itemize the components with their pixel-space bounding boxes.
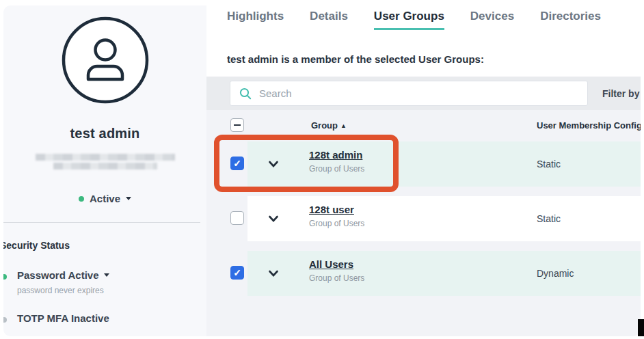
profile-name: test admin <box>3 126 206 141</box>
group-link[interactable]: 128t admin <box>309 149 362 161</box>
group-type-label: Group of Users <box>309 273 364 283</box>
chevron-down-icon[interactable] <box>268 161 279 167</box>
tab-label: User Groups <box>374 10 444 23</box>
user-profile-sidebar: test admin Active Security Status Passwo… <box>3 5 206 336</box>
membership-value: Static <box>537 141 561 187</box>
tab-label: Directories <box>540 10 601 23</box>
totp-status-item: TOTP MFA Inactive <box>17 312 109 324</box>
row-checkbox[interactable] <box>230 211 244 225</box>
search-input[interactable] <box>259 87 587 99</box>
table-header-row: Group▲ User Membership Configuration <box>206 110 641 141</box>
tab-label: Highlights <box>227 10 284 23</box>
group-cell: All Users Group of Users Dynamic <box>247 251 641 296</box>
tab-devices[interactable]: Devices <box>470 10 514 30</box>
detail-tabs: Highlights Details User Groups Devices D… <box>227 10 601 30</box>
row-checkbox[interactable] <box>230 157 244 170</box>
password-status-label: Password Active <box>17 269 99 281</box>
user-status-dropdown[interactable]: Active <box>3 193 206 204</box>
membership-column-header: User Membership Configuration <box>537 120 641 131</box>
screenshot-canvas: test admin Active Security Status Passwo… <box>0 0 644 339</box>
totp-status-dot-icon <box>3 317 7 323</box>
group-type-label: Group of Users <box>309 219 364 228</box>
redacted-line <box>53 163 157 170</box>
password-status-dropdown[interactable]: Password Active <box>17 269 109 281</box>
select-all-checkbox[interactable] <box>230 118 244 132</box>
group-cell: 128t admin Group of Users Static <box>247 141 641 187</box>
tab-highlights[interactable]: Highlights <box>227 10 284 30</box>
active-status-dot-icon <box>79 196 84 202</box>
table-row: 128t user Group of Users Static <box>206 196 641 241</box>
group-cell: 128t user Group of Users Static <box>247 196 641 241</box>
password-status-dot-icon <box>3 274 7 280</box>
group-name-block: 128t user Group of Users <box>309 204 364 228</box>
group-type-label: Group of Users <box>309 164 364 174</box>
search-input-container <box>230 81 588 106</box>
tab-directories[interactable]: Directories <box>540 10 601 30</box>
table-row: 128t admin Group of Users Static <box>206 141 641 187</box>
user-status-label: Active <box>90 193 120 204</box>
table-row: All Users Group of Users Dynamic <box>206 251 641 296</box>
app-window: test admin Active Security Status Passwo… <box>3 5 641 336</box>
chevron-down-icon <box>104 273 109 277</box>
window-edge-artifact <box>638 319 644 336</box>
sidebar-divider <box>3 222 200 223</box>
group-link[interactable]: 128t user <box>309 204 354 215</box>
group-name-block: All Users Group of Users <box>309 258 364 283</box>
password-expiry-note: password never expires <box>17 286 104 295</box>
group-name-block: 128t admin Group of Users <box>309 149 364 174</box>
group-column-header[interactable]: Group▲ <box>311 120 347 131</box>
table-rows-container: 128t admin Group of Users Static 128t us… <box>206 141 641 296</box>
membership-heading: test admin is a member of the selected U… <box>227 53 484 65</box>
row-checkbox[interactable] <box>230 266 244 280</box>
group-link[interactable]: All Users <box>309 258 353 270</box>
security-status-heading: Security Status <box>3 240 70 251</box>
filter-by-dropdown[interactable]: Filter by <box>602 77 639 110</box>
membership-value: Dynamic <box>537 251 574 296</box>
user-detail-main-panel: Highlights Details User Groups Devices D… <box>206 5 641 336</box>
membership-value: Static <box>537 196 561 241</box>
tab-details[interactable]: Details <box>310 10 348 30</box>
sort-ascending-icon: ▲ <box>340 122 347 129</box>
search-filter-bar: Filter by <box>206 77 641 110</box>
user-avatar-icon <box>60 15 150 105</box>
redacted-line <box>36 154 175 161</box>
chevron-down-icon[interactable] <box>268 270 279 277</box>
user-groups-table: Group▲ User Membership Configuration 128… <box>206 110 641 336</box>
search-icon <box>239 87 252 100</box>
tab-label: Devices <box>470 10 514 23</box>
chevron-down-icon <box>126 197 131 200</box>
tab-user-groups[interactable]: User Groups <box>374 10 444 30</box>
chevron-down-icon[interactable] <box>268 215 279 222</box>
redacted-email <box>3 152 206 172</box>
tab-label: Details <box>310 10 348 23</box>
totp-status-label: TOTP MFA Inactive <box>17 312 109 324</box>
